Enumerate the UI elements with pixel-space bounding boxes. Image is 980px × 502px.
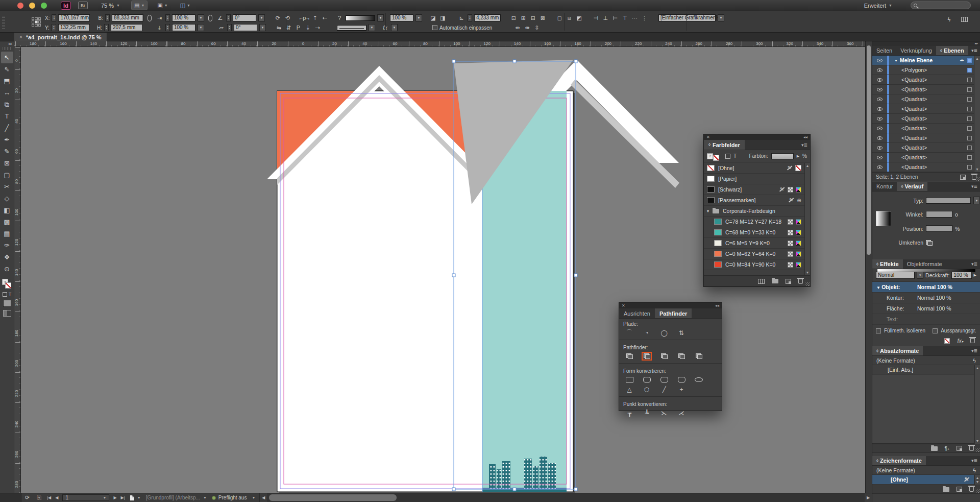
control-panel-menu-icon[interactable] — [961, 17, 968, 22]
eye-icon[interactable] — [877, 127, 883, 130]
swatch-group-row[interactable]: ▾Corporate-Farbdesign — [704, 206, 804, 217]
new-style-group-icon[interactable] — [931, 446, 938, 451]
previous-page-button[interactable]: ◀ — [55, 495, 58, 500]
swatch-views-icon[interactable] — [758, 279, 765, 284]
tab-farbfelder[interactable]: ◊ Farbfelder — [704, 140, 745, 150]
preflight-page-icon[interactable] — [130, 495, 134, 500]
shear-stepper[interactable]: ▲▼ — [227, 24, 232, 31]
fill-frame-button[interactable]: ⊠ — [539, 14, 547, 22]
paragraph-style-scrollbar[interactable]: ▲▼ — [974, 365, 980, 444]
eye-icon[interactable] — [877, 107, 883, 111]
gradient-type-dropdown[interactable]: ▼ — [973, 197, 980, 204]
swatch-scrollbar[interactable]: ▲▼ — [804, 163, 810, 275]
vertical-ruler[interactable]: 020406080100120140160180200220240260280 — [14, 47, 21, 493]
search-input[interactable] — [919, 3, 965, 8]
pencil-tool[interactable]: ✎ — [1, 146, 13, 157]
apply-color-button[interactable] — [3, 300, 11, 307]
frame-tool[interactable]: ⊠ — [1, 157, 13, 169]
x-stepper[interactable]: ▲▼ — [52, 14, 56, 21]
close-icon[interactable]: ✕ — [622, 303, 625, 308]
delete-effect-icon[interactable] — [970, 338, 975, 343]
object-style-dropdown[interactable]: ▼ — [718, 14, 724, 21]
window-close-button[interactable] — [17, 3, 23, 9]
layer-row[interactable]: <Quadrat> — [872, 85, 974, 94]
select-content-up-button[interactable]: ⇡ — [311, 14, 319, 22]
scrollbar-thumb[interactable] — [269, 494, 397, 501]
rotation-dropdown[interactable]: ▼ — [258, 14, 265, 21]
view-options-dropdown[interactable]: ▤▼ — [131, 1, 148, 10]
y-field[interactable]: 132,25 mm — [58, 24, 90, 31]
stroke-weight-dropdown[interactable]: ▼ — [377, 14, 384, 21]
scale-y-dropdown[interactable]: ▼ — [198, 24, 204, 31]
effect-target-row[interactable]: ▼ Objekt:Normal 100 % — [872, 282, 980, 293]
selection-tool[interactable]: ↖ — [1, 52, 13, 63]
selection-proxy[interactable] — [967, 146, 972, 150]
character-style-item-ohne[interactable]: [Ohne] ✎ — [872, 475, 974, 485]
constrain-scale-icon[interactable] — [208, 15, 212, 21]
panel-menu-icon[interactable]: ▾≣ — [971, 458, 980, 463]
bridge-button[interactable]: Br — [78, 2, 88, 9]
tab-objektformate[interactable]: Objektformate — [903, 259, 946, 269]
gradient-type-field[interactable] — [926, 197, 971, 204]
tab-absatzformate[interactable]: ◊Absatzformate — [872, 346, 923, 355]
fx-icon[interactable]: fx▾ — [957, 338, 963, 344]
page-number-dropdown[interactable]: 1 ▼ — [62, 494, 109, 501]
eyedropper-tool[interactable]: ✑ — [1, 240, 13, 251]
new-style-icon[interactable] — [957, 446, 962, 451]
character-style-scrollbar[interactable]: ▲▼ — [974, 475, 980, 485]
eye-icon[interactable] — [877, 88, 883, 91]
close-icon[interactable]: × — [19, 34, 22, 40]
text-format-icon[interactable]: T — [733, 153, 737, 159]
hand-tool[interactable]: ❖ — [1, 251, 13, 263]
reference-point-proxy[interactable] — [32, 17, 41, 27]
reverse-gradient-icon[interactable] — [926, 240, 933, 246]
zoom-level-dropdown[interactable]: 75 %▼ — [101, 3, 120, 9]
fx-dropdown[interactable]: ▼ — [391, 24, 398, 31]
color-swatch-row[interactable]: C=6 M=5 Y=9 K=0 — [704, 238, 804, 249]
scale-x-dropdown[interactable]: ▼ — [198, 14, 204, 21]
selection-proxy[interactable] — [967, 58, 972, 63]
panel-grip[interactable] — [2, 15, 5, 29]
eye-icon[interactable] — [877, 136, 883, 140]
delete-style-icon[interactable] — [969, 446, 974, 451]
select-container-button[interactable]: ⌐p¬ — [300, 14, 309, 22]
height-stepper[interactable]: ▲▼ — [104, 24, 109, 31]
new-group-icon[interactable] — [772, 279, 778, 283]
note-tool[interactable]: ▤ — [1, 228, 13, 240]
window-zoom-button[interactable] — [41, 3, 47, 9]
eye-icon[interactable] — [877, 146, 883, 150]
gradient-tool[interactable]: ◧ — [1, 204, 13, 216]
expander-icon[interactable]: ▾ — [707, 209, 709, 213]
stroke-help-icon[interactable]: ? — [336, 14, 344, 22]
panel-menu-icon[interactable]: ▾≣ — [971, 261, 980, 267]
width-stepper[interactable]: ▲▼ — [105, 14, 110, 21]
tab-zeichenformate[interactable]: ◊Zeichenformate — [872, 456, 926, 465]
inverse-rounded-rectangle-icon[interactable] — [676, 375, 687, 384]
stroke-swatch[interactable] — [5, 282, 11, 289]
close-icon[interactable]: ✕ — [706, 135, 710, 139]
constrain-dimensions-icon[interactable] — [148, 15, 152, 21]
scale-y-field[interactable]: 100 % — [172, 24, 195, 31]
delete-style-icon[interactable] — [969, 487, 974, 492]
corner-radius-field[interactable]: 4,233 mm — [474, 14, 501, 21]
stroke-style-dropdown[interactable]: ▼ — [369, 24, 375, 31]
join-path-icon[interactable]: ⌒ — [624, 328, 634, 337]
effect-target-row[interactable]: Fläche:Normal 100 % — [872, 303, 980, 314]
preflight-profile[interactable]: [Grundprofil] (Arbeitsp... — [146, 495, 200, 500]
opacity-dropdown[interactable]: ▼ — [415, 14, 422, 21]
arrange-documents-dropdown[interactable]: ◫▼ — [178, 1, 193, 10]
selection-proxy[interactable] — [967, 136, 972, 140]
quick-apply-icon[interactable]: ϟ — [945, 15, 953, 23]
new-swatch-icon[interactable] — [786, 279, 791, 284]
gap-tool[interactable]: ↔ — [1, 87, 13, 99]
rotation-field[interactable]: 0° — [233, 14, 256, 21]
drop-shadow-button[interactable]: ◪ — [429, 14, 437, 22]
tint-field[interactable] — [771, 153, 794, 159]
corner-radius-stepper[interactable]: ▲▼ — [468, 14, 472, 21]
new-style-group-icon[interactable] — [943, 487, 949, 492]
stroke-proxy-icon[interactable] — [713, 155, 719, 161]
resize-grip[interactable] — [975, 177, 979, 181]
scrollbar-thumb[interactable] — [867, 45, 871, 255]
rectangle-tool[interactable]: ▢ — [1, 169, 13, 181]
expander-icon[interactable]: ▼ — [894, 59, 898, 62]
